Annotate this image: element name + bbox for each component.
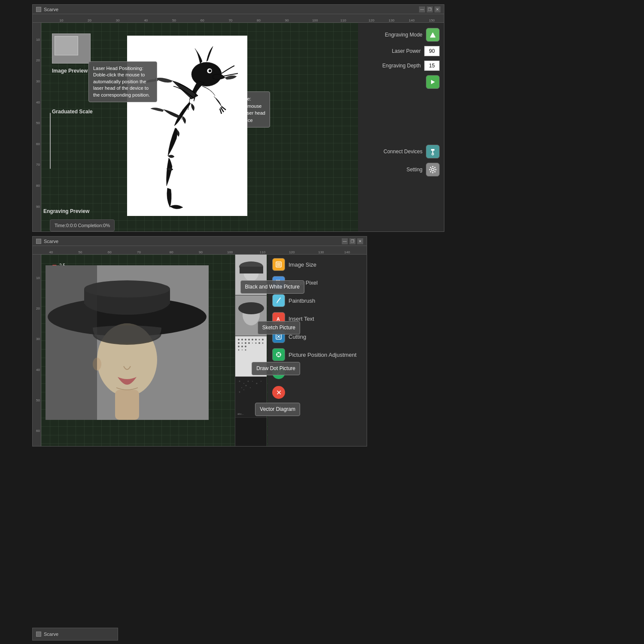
ruler-mark-v: 30 [36, 79, 40, 83]
scale-line [50, 113, 51, 169]
svg-point-64 [250, 387, 251, 388]
ruler-mark: 40 [144, 18, 148, 22]
picture-position-row: Picture Position Adjustment [272, 348, 362, 361]
ruler-mark: 80 [257, 18, 261, 22]
brush-icon [275, 297, 282, 304]
engraving-mode-label: Engraving Mode [385, 32, 422, 38]
svg-rect-25 [115, 390, 139, 420]
ruler-mark-v: 40 [36, 368, 40, 371]
ruler-mark: 60 [200, 18, 204, 22]
svg-rect-5 [431, 149, 434, 151]
laser-power-row: Laser Power [362, 46, 440, 56]
mountain-icon [429, 31, 437, 39]
restore-button[interactable]: ❐ [427, 6, 433, 12]
setting-row: Setting [362, 163, 440, 176]
ruler-mark: 40 [49, 250, 53, 254]
svg-point-42 [238, 346, 240, 347]
window2: Scarve — ❐ ✕ 40 50 60 70 80 90 100 110 1… [32, 236, 367, 447]
ruler-mark: 90 [285, 18, 289, 22]
connect-devices-row: Connect Devices [362, 145, 440, 158]
ruler-top: 10 20 30 40 50 60 70 80 90 100 110 120 1… [33, 14, 444, 23]
ruler-mark: 50 [79, 250, 82, 254]
ruler-mark: 130 [389, 18, 394, 22]
image-size-label: Image Size [289, 261, 316, 268]
canvas-area1[interactable]: ⊞ 2.5 Image Preview Graduated Scale Lase… [41, 23, 358, 231]
window2-body: 40 50 60 70 80 90 100 110 120 130 140 10… [33, 246, 367, 446]
image-size-icon[interactable] [272, 258, 285, 271]
connect-devices-label: Connect Devices [383, 149, 422, 155]
ruler-mark: 100 [312, 18, 318, 22]
engraving-preview-label: Engraving Preview [43, 208, 89, 214]
svg-point-53 [255, 343, 257, 344]
svg-point-52 [252, 343, 253, 343]
connect-devices-button[interactable] [426, 145, 440, 158]
image-preview-label: Image Preview [52, 68, 88, 74]
svg-marker-3 [430, 33, 435, 37]
ruler-mark-v: 10 [36, 37, 40, 41]
restore-button2[interactable]: ❐ [349, 238, 355, 244]
ruler-mark-v: 40 [36, 100, 40, 104]
svg-point-39 [238, 342, 240, 344]
ruler-mark-v: 50 [36, 121, 40, 125]
titlebar2: Scarve — ❐ ✕ [33, 237, 367, 246]
svg-point-55 [262, 339, 264, 340]
svg-point-16 [434, 167, 436, 168]
svg-point-49 [252, 339, 253, 340]
setting-button[interactable] [426, 163, 440, 176]
minimize-button[interactable]: — [419, 6, 425, 12]
right-panel1: Engraving Mode Laser Power Engraving Dep… [358, 23, 444, 231]
svg-point-68 [256, 383, 258, 384]
svg-line-77 [277, 298, 280, 302]
ruler-mark-v: 10 [36, 276, 40, 279]
engraving-mode-button[interactable] [426, 28, 440, 42]
engraving-depth-input[interactable] [424, 61, 440, 71]
picture-position-icon[interactable] [272, 348, 285, 361]
settings-icon [429, 166, 437, 173]
ruler-mark: 110 [340, 18, 346, 22]
minimize-button2[interactable]: — [342, 238, 348, 244]
close-button2[interactable]: ✕ [357, 238, 363, 244]
svg-point-37 [241, 339, 243, 340]
svg-point-65 [239, 392, 240, 393]
svg-point-11 [429, 169, 431, 170]
svg-point-62 [241, 387, 242, 388]
svg-text:abc...: abc... [237, 413, 244, 415]
paintbrush-row: Paintbrush [272, 294, 362, 307]
image-preview-inner [55, 36, 78, 55]
svg-point-69 [261, 381, 261, 382]
ruler-mark-v: 20 [36, 58, 40, 62]
cancel-button[interactable]: ✕ [272, 386, 285, 399]
black-white-tooltip: Black and White Picture [240, 280, 304, 294]
svg-point-40 [242, 343, 243, 344]
svg-point-34 [238, 302, 264, 314]
ruler-mark: 120 [289, 250, 295, 254]
svg-point-50 [255, 339, 257, 340]
paintbrush-icon[interactable] [272, 294, 285, 307]
svg-point-67 [252, 381, 253, 382]
ruler-mark: 80 [170, 250, 173, 254]
woman-svg [46, 265, 209, 420]
usb-icon [429, 148, 437, 155]
svg-point-9 [432, 166, 434, 167]
woman-image[interactable] [46, 265, 209, 420]
svg-point-60 [243, 383, 244, 384]
app-icon [36, 7, 41, 12]
play-row [362, 75, 440, 89]
svg-point-12 [435, 169, 437, 170]
ruler-mark-v: 50 [36, 398, 40, 402]
window1-controls[interactable]: — ❐ ✕ [419, 6, 440, 12]
svg-point-14 [434, 171, 436, 173]
image-preview-area [52, 33, 91, 64]
svg-point-10 [432, 172, 434, 173]
close-button[interactable]: ✕ [434, 6, 440, 12]
laser-power-input[interactable] [424, 46, 440, 56]
svg-point-48 [248, 339, 250, 340]
svg-rect-72 [277, 263, 280, 266]
svg-point-54 [259, 339, 260, 340]
app-icon2 [36, 239, 41, 244]
window2-controls[interactable]: — ❐ ✕ [342, 238, 363, 244]
ruler-mark: 110 [260, 250, 265, 254]
ruler-mark: 90 [199, 250, 203, 254]
play-button[interactable] [426, 75, 440, 89]
position-icon [275, 351, 282, 358]
